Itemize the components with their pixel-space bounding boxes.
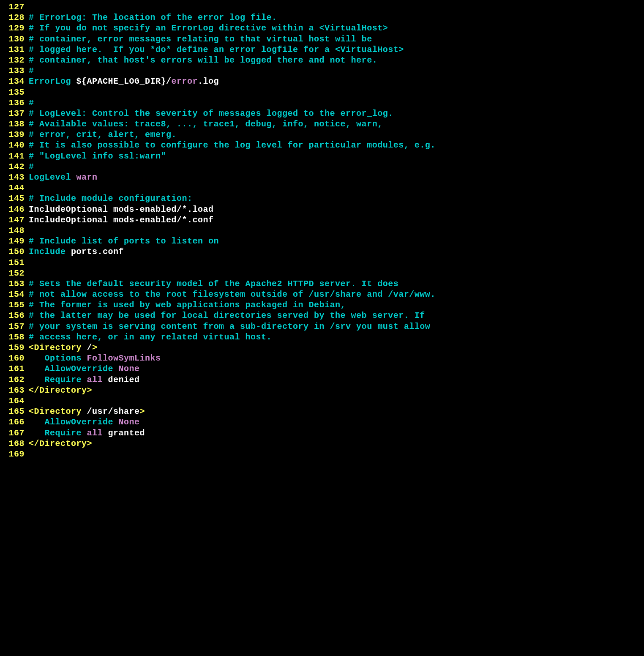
code-line[interactable]: 150Include ports.conf bbox=[0, 246, 644, 257]
code-line[interactable]: 142# bbox=[0, 161, 644, 172]
line-number: 135 bbox=[0, 87, 29, 98]
line-number: 152 bbox=[0, 268, 29, 279]
token bbox=[29, 375, 45, 385]
code-content bbox=[29, 449, 644, 459]
token bbox=[113, 417, 119, 427]
line-number: 144 bbox=[0, 183, 29, 193]
code-line[interactable]: 136# bbox=[0, 98, 644, 108]
code-content: # "LogLevel info ssl:warn" bbox=[29, 151, 644, 161]
code-line[interactable]: 134ErrorLog ${APACHE_LOG_DIR}/error.log bbox=[0, 76, 644, 87]
code-line[interactable]: 145# Include module configuration: bbox=[0, 193, 644, 204]
code-content: </Directory> bbox=[29, 385, 644, 396]
code-content: # The former is used by web applications… bbox=[29, 300, 644, 310]
token: all bbox=[87, 375, 103, 385]
code-line[interactable]: 129# If you do not specify an ErrorLog d… bbox=[0, 23, 644, 33]
code-line[interactable]: 143LogLevel warn bbox=[0, 172, 644, 183]
token: Require bbox=[45, 375, 82, 385]
code-line[interactable]: 157# your system is serving content from… bbox=[0, 321, 644, 332]
token: # It is also possible to configure the l… bbox=[29, 140, 436, 150]
code-line[interactable]: 130# container, error messages relating … bbox=[0, 34, 644, 44]
code-line[interactable]: 161 AllowOverride None bbox=[0, 364, 644, 374]
code-editor[interactable]: 127128# ErrorLog: The location of the er… bbox=[0, 0, 644, 461]
token: </Directory> bbox=[29, 385, 92, 395]
code-line[interactable]: 162 Require all denied bbox=[0, 374, 644, 385]
code-line[interactable]: 141# "LogLevel info ssl:warn" bbox=[0, 151, 644, 161]
token: ErrorLog bbox=[29, 77, 71, 86]
code-line[interactable]: 139# error, crit, alert, emerg. bbox=[0, 129, 644, 140]
line-number: 165 bbox=[0, 406, 29, 417]
line-number: 154 bbox=[0, 289, 29, 300]
code-content: IncludeOptional mods-enabled/*.conf bbox=[29, 215, 644, 225]
token bbox=[82, 353, 87, 363]
token bbox=[82, 375, 87, 385]
line-number: 131 bbox=[0, 44, 29, 55]
code-line[interactable]: 155# The former is used by web applicati… bbox=[0, 300, 644, 310]
token: ${APACHE_LOG_DIR}/ bbox=[71, 77, 172, 86]
code-line[interactable]: 165<Directory /usr/share> bbox=[0, 406, 644, 417]
token: # container, that host's errors will be … bbox=[29, 55, 377, 65]
code-content: Require all denied bbox=[29, 374, 644, 385]
code-line[interactable]: 163</Directory> bbox=[0, 385, 644, 396]
code-content: # container, error messages relating to … bbox=[29, 34, 644, 44]
code-content: # Include module configuration: bbox=[29, 193, 644, 204]
code-line[interactable]: 149# Include list of ports to listen on bbox=[0, 236, 644, 246]
line-number: 140 bbox=[0, 140, 29, 150]
code-line[interactable]: 146IncludeOptional mods-enabled/*.load bbox=[0, 204, 644, 215]
code-line[interactable]: 156# the latter may be used for local di… bbox=[0, 310, 644, 321]
code-content: # the latter may be used for local direc… bbox=[29, 310, 644, 321]
code-line[interactable]: 128# ErrorLog: The location of the error… bbox=[0, 12, 644, 23]
code-line[interactable]: 168</Directory> bbox=[0, 438, 644, 449]
code-line[interactable]: 144 bbox=[0, 183, 644, 193]
code-line[interactable]: 127 bbox=[0, 2, 644, 12]
token: granted bbox=[103, 428, 145, 438]
code-line[interactable]: 140# It is also possible to configure th… bbox=[0, 140, 644, 150]
code-line[interactable]: 158# access here, or in any related virt… bbox=[0, 332, 644, 342]
token: # Include list of ports to listen on bbox=[29, 236, 219, 246]
code-line[interactable]: 147IncludeOptional mods-enabled/*.conf bbox=[0, 215, 644, 225]
token bbox=[29, 364, 45, 374]
code-line[interactable]: 154# not allow access to the root filesy… bbox=[0, 289, 644, 300]
code-content: # If you do not specify an ErrorLog dire… bbox=[29, 23, 644, 33]
code-line[interactable]: 166 AllowOverride None bbox=[0, 417, 644, 427]
token: AllowOverride bbox=[45, 364, 114, 374]
token bbox=[82, 428, 87, 438]
token bbox=[29, 428, 45, 438]
code-line[interactable]: 152 bbox=[0, 268, 644, 279]
token: error bbox=[172, 77, 198, 86]
code-line[interactable]: 169 bbox=[0, 449, 644, 459]
line-number: 143 bbox=[0, 172, 29, 183]
token: # error, crit, alert, emerg. bbox=[29, 130, 177, 139]
code-line[interactable]: 138# Available values: trace8, ..., trac… bbox=[0, 119, 644, 129]
code-content: # access here, or in any related virtual… bbox=[29, 332, 644, 342]
code-line[interactable]: 164 bbox=[0, 396, 644, 406]
code-line[interactable]: 148 bbox=[0, 225, 644, 236]
code-line[interactable]: 137# LogLevel: Control the severity of m… bbox=[0, 108, 644, 119]
line-number: 141 bbox=[0, 151, 29, 161]
code-content: LogLevel warn bbox=[29, 172, 644, 183]
code-content: Require all granted bbox=[29, 428, 644, 438]
code-line[interactable]: 132# container, that host's errors will … bbox=[0, 55, 644, 66]
code-line[interactable]: 151 bbox=[0, 257, 644, 268]
code-line[interactable]: 159<Directory /> bbox=[0, 342, 644, 353]
code-line[interactable]: 133# bbox=[0, 66, 644, 76]
token: # Sets the default security model of the… bbox=[29, 279, 398, 289]
line-number: 156 bbox=[0, 310, 29, 321]
code-content bbox=[29, 225, 644, 236]
code-line[interactable]: 167 Require all granted bbox=[0, 428, 644, 438]
code-content bbox=[29, 396, 644, 406]
line-number: 150 bbox=[0, 246, 29, 257]
token bbox=[29, 417, 45, 427]
code-line[interactable]: 160 Options FollowSymLinks bbox=[0, 353, 644, 364]
code-line[interactable]: 135 bbox=[0, 87, 644, 98]
code-content: # logged here. If you *do* define an err… bbox=[29, 44, 644, 55]
code-line[interactable]: 131# logged here. If you *do* define an … bbox=[0, 44, 644, 55]
code-content: # container, that host's errors will be … bbox=[29, 55, 644, 66]
code-line[interactable]: 153# Sets the default security model of … bbox=[0, 279, 644, 289]
line-number: 148 bbox=[0, 225, 29, 236]
line-number: 130 bbox=[0, 34, 29, 44]
code-content: # error, crit, alert, emerg. bbox=[29, 129, 644, 140]
token: Include bbox=[29, 247, 66, 257]
token bbox=[71, 172, 76, 182]
code-content bbox=[29, 268, 644, 279]
token: > bbox=[140, 407, 145, 416]
